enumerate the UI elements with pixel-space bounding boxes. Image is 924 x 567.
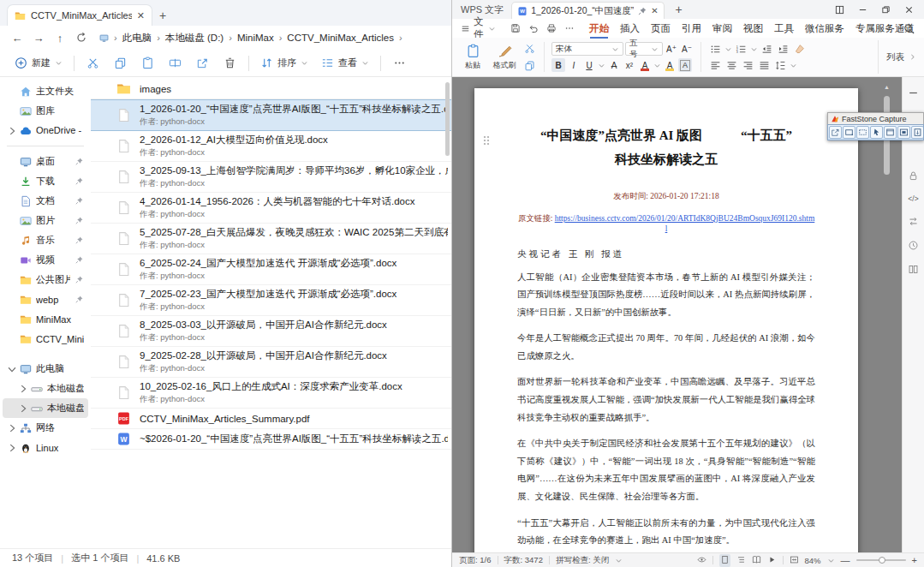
explorer-tab[interactable]: CCTV_MiniMax_Articles ✕ [7, 4, 152, 26]
breadcrumb-item-2[interactable]: MiniMax [237, 33, 274, 43]
paste-big-button[interactable]: 粘贴 [459, 40, 486, 74]
code-icon[interactable]: </> [908, 194, 918, 203]
breadcrumb-item-3[interactable]: CCTV_MiniMax_Articles [287, 33, 394, 43]
close-icon[interactable] [904, 5, 914, 15]
file-row-7[interactable]: 7_2025-02-23_国产大模型加速迭代 开源渐成“必选项”.docx作者:… [91, 285, 451, 316]
faststone-freehand-capture-button[interactable] [856, 126, 869, 139]
font-name-select[interactable]: 宋体 [551, 42, 623, 56]
print-icon[interactable] [546, 23, 557, 33]
chevR-icon[interactable] [6, 125, 18, 137]
menu-tab-3[interactable]: 引用 [682, 22, 701, 35]
alignL-button[interactable] [708, 58, 723, 72]
back-button[interactable]: ← [7, 32, 27, 45]
alignJ-button[interactable] [757, 58, 772, 72]
page-view-button[interactable] [719, 554, 730, 567]
file-row-4[interactable]: 4_2026-01-14_1956-2026：人类与机器智能的七十年对话.doc… [91, 193, 451, 224]
wps-new-tab-button[interactable]: + [676, 3, 683, 16]
menu-tab-0[interactable]: 开始 [589, 22, 609, 35]
search-icon[interactable] [903, 22, 915, 35]
chevR-icon[interactable] [6, 422, 18, 434]
more-options-button[interactable] [386, 53, 413, 73]
zoom-level[interactable]: 84% [805, 556, 821, 565]
new-tab-button[interactable]: + [159, 9, 166, 26]
format-painter-button[interactable]: 格式刷 [491, 40, 518, 74]
refresh-icon[interactable] [75, 32, 88, 44]
file-row-3[interactable]: 3_2025-09-13_上海创智学院满周岁：导师平均36岁，孵化10家企业，成… [91, 162, 451, 193]
file-row-8[interactable]: 8_2025-03-03_以开源破局，中国开启AI合作新纪元.docx作者: p… [91, 316, 451, 347]
zoom-in-button[interactable]: + [912, 555, 917, 565]
minimize-icon[interactable] [858, 5, 867, 15]
menu-tab-7[interactable]: 微信服务 [805, 22, 844, 35]
styles-panel-button[interactable]: 列表 [878, 40, 924, 74]
zoom-slider[interactable] [856, 559, 906, 561]
file-row-5[interactable]: 5_2025-07-28_白天展品爆发，夜晚灵感狂欢：WAIC 2025第二天到… [91, 224, 451, 254]
numbering-button[interactable]: 123 [734, 42, 748, 56]
faststone-rect-capture-button[interactable] [843, 126, 855, 139]
sidebar-item-18[interactable]: 网络 [3, 418, 88, 438]
indentInc-button[interactable] [776, 42, 790, 56]
file-row-2[interactable]: 2_2026-01-12_AI大模型迈向价值兑现.docx作者: python-… [91, 131, 451, 162]
columns-icon[interactable] [908, 264, 919, 275]
sidebar-item-7[interactable]: 图片 [3, 211, 88, 230]
faststone-title-bar[interactable]: FastStone Capture [827, 112, 924, 124]
alignR-button[interactable] [741, 58, 755, 72]
highlight-color-button[interactable]: A [663, 58, 677, 72]
chevR-icon[interactable] [17, 383, 29, 395]
strikethrough-button[interactable]: A [607, 58, 621, 72]
sidebar-item-2[interactable]: OneDrive - 个人 [3, 121, 88, 140]
sidebar-item-8[interactable]: 音乐 [3, 230, 88, 250]
zoom-slider-handle[interactable] [879, 557, 885, 564]
sidebar-item-13[interactable]: CCTV_MiniMax_Ar [3, 329, 88, 349]
new-button[interactable]: 新建 [9, 53, 69, 73]
sidebar-item-12[interactable]: MiniMax [3, 309, 88, 329]
sort-button[interactable]: 排序 [254, 53, 314, 73]
breadcrumb-item-1[interactable]: 本地磁盘 (D:) [165, 32, 224, 45]
linesp-button[interactable] [773, 58, 788, 72]
tab-close-icon[interactable]: ✕ [137, 10, 145, 21]
chevD-icon[interactable] [750, 45, 758, 53]
menu-tab-1[interactable]: 插入 [620, 22, 640, 35]
file-row-10[interactable]: 10_2025-02-16_风口上的生成式AI：深度求索产业变革.docx作者:… [91, 378, 451, 409]
menu-tab-6[interactable]: 工具 [774, 22, 794, 35]
sidebar-item-10[interactable]: 公共图片 [3, 270, 88, 289]
min-icon[interactable] [908, 87, 919, 98]
sidebar-item-5[interactable]: 下载 [3, 171, 88, 191]
trash-button[interactable] [217, 53, 243, 73]
chevron-down-icon[interactable] [615, 557, 623, 564]
share-button[interactable] [189, 53, 216, 73]
document-page[interactable]: “中国速度”点亮世界 AI 版图 “十五五” 科技坐标解读之五 发布时间: 20… [474, 88, 858, 552]
faststone-capture-widget[interactable]: FastStone Capture [827, 112, 924, 140]
lock-icon[interactable] [908, 170, 919, 182]
faststone-fullscreen-capture-button[interactable] [897, 126, 910, 139]
fit-window-button[interactable] [790, 555, 799, 566]
doc-tab-close-icon[interactable]: ✕ [651, 6, 658, 15]
decrease-font-button[interactable]: A⁻ [680, 42, 694, 56]
sidebar-item-16[interactable]: 本地磁盘 (C:) [3, 379, 88, 398]
file-row-1[interactable]: 1_2026-01-20_“中国速度”点亮世界AI版图_“十五五”科技坐标解读之… [91, 99, 451, 131]
chevD-icon[interactable] [790, 62, 797, 69]
chevD-icon[interactable] [653, 62, 661, 69]
bullets-button[interactable] [708, 42, 723, 56]
font-color-button[interactable]: A [638, 58, 652, 72]
up-button[interactable]: ↑ [50, 32, 70, 45]
paste-button[interactable] [134, 53, 161, 73]
alignC-button[interactable] [724, 58, 739, 72]
copy-button[interactable] [522, 59, 537, 73]
increase-font-button[interactable]: A⁺ [665, 42, 678, 56]
save-icon[interactable] [510, 23, 521, 33]
sidebar-item-6[interactable]: 文档 [3, 191, 88, 211]
file-row-11[interactable]: PDFCCTV_MiniMax_Articles_Summary.pdf [91, 409, 451, 429]
faststone-window-capture-button[interactable] [884, 126, 897, 139]
char-border-button[interactable]: A [678, 58, 692, 72]
superscript-button[interactable]: x² [623, 58, 636, 72]
cut-button[interactable] [522, 42, 537, 56]
source-link[interactable]: https://business.cctv.com/2026/01/20/ART… [555, 214, 815, 233]
chevR-icon[interactable] [6, 442, 18, 454]
wps-document-tab[interactable]: W 1_2026-01-20_“中国速度”点亮世界AI版图_“十五五”科技坐标解… [511, 2, 664, 19]
menu-tab-2[interactable]: 页面 [651, 22, 671, 35]
zoom-out-button[interactable]: — [841, 555, 850, 565]
file-row-12[interactable]: W~$2026-01-20_“中国速度”点亮世界AI版图_“十五五”科技坐标解读… [91, 429, 451, 450]
sidebar-item-19[interactable]: Linux [3, 438, 88, 457]
sidebar-item-15[interactable]: 此电脑 [3, 359, 88, 379]
forward-button[interactable]: → [28, 32, 49, 45]
